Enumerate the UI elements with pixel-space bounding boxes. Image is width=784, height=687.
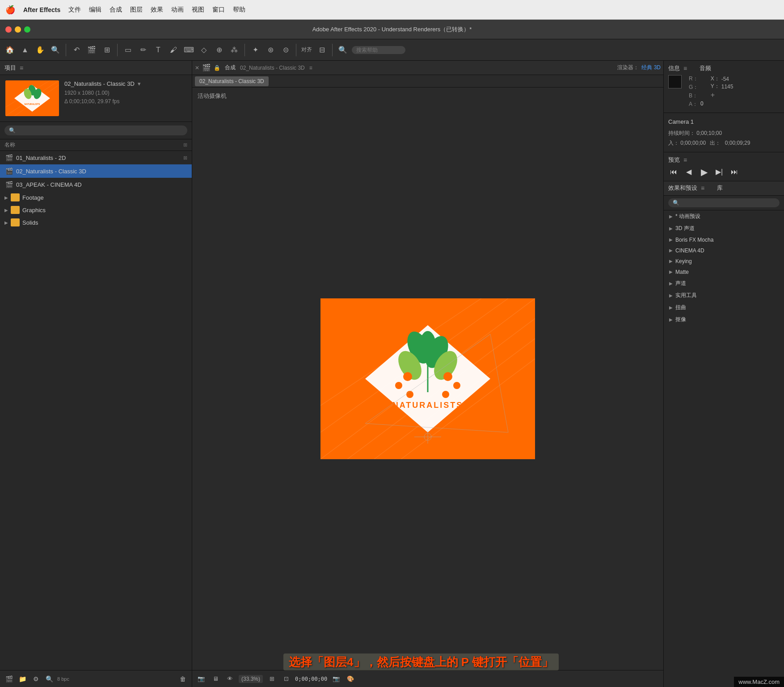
project-search-box[interactable]: 🔍: [4, 126, 187, 135]
grid-icon[interactable]: ⊞: [101, 44, 113, 56]
settings-icon[interactable]: ⚙: [30, 674, 41, 684]
preview-header: 预览 ≡: [668, 156, 780, 164]
folder-item-graphics[interactable]: ▶ Graphics: [0, 204, 192, 216]
camera-name: Camera 1: [668, 117, 780, 127]
comp-menu-icon[interactable]: ≡: [309, 65, 312, 71]
project-search-input[interactable]: [18, 127, 183, 134]
comp-resolution: 1920 x 1080 (1.00): [64, 89, 186, 97]
pen-icon[interactable]: ✏: [137, 44, 149, 56]
effects-search-box[interactable]: 🔍: [668, 198, 780, 207]
brush-icon[interactable]: 🖌: [167, 44, 180, 56]
project-menu-icon[interactable]: ≡: [20, 64, 23, 71]
axis-icon[interactable]: ⊝: [279, 44, 292, 56]
folder-item-footage[interactable]: ▶ Footage: [0, 191, 192, 204]
menu-window[interactable]: 窗口: [212, 6, 225, 14]
effects-menu-icon[interactable]: ≡: [701, 184, 704, 192]
maximize-button[interactable]: [24, 26, 30, 33]
coord-icon[interactable]: ⊛: [264, 44, 277, 56]
stamp-icon[interactable]: ⌨: [182, 44, 195, 56]
menu-edit[interactable]: 编辑: [89, 6, 101, 14]
menu-help[interactable]: 帮助: [233, 6, 245, 14]
audio-tab[interactable]: 音频: [700, 64, 711, 72]
trash-icon[interactable]: 🗑: [177, 674, 188, 684]
effects-search-area[interactable]: 🔍: [664, 196, 784, 210]
effect-item-7[interactable]: ▶ 实用工具: [664, 289, 784, 302]
eraser-icon[interactable]: ◇: [198, 44, 210, 56]
menu-after-effects[interactable]: After Effects: [23, 6, 60, 13]
comp-magnification[interactable]: (33.3%): [239, 675, 263, 683]
comp-fit-icon[interactable]: ⊞: [266, 674, 277, 684]
new-item-icon[interactable]: 🎬: [4, 674, 14, 684]
text-icon[interactable]: T: [152, 44, 164, 56]
null-icon[interactable]: ✦: [249, 44, 261, 56]
effect-item-9[interactable]: ▶ 抠像: [664, 314, 784, 326]
effect-item-3[interactable]: ▶ CINEMA 4D: [664, 245, 784, 256]
folder-icon-graphics: [11, 206, 20, 214]
help-search[interactable]: [352, 46, 405, 54]
roto-icon[interactable]: ⁂: [228, 44, 240, 56]
comp-display-icon[interactable]: 🖥: [210, 674, 221, 684]
effect-item-4[interactable]: ▶ Keying: [664, 256, 784, 267]
effect-item-2[interactable]: ▶ Boris FX Mocha: [664, 235, 784, 245]
home-icon[interactable]: 🏠: [4, 44, 16, 56]
select-icon[interactable]: ▲: [19, 44, 31, 56]
folder-icon[interactable]: 📁: [17, 674, 28, 684]
search-icon-bottom[interactable]: 🔍: [44, 674, 55, 684]
align-icon[interactable]: ⊟: [316, 44, 328, 56]
svg-text:NATURALISTS: NATURALISTS: [392, 401, 464, 410]
library-tab[interactable]: 库: [717, 184, 723, 192]
comp-camera-icon[interactable]: 📷: [331, 674, 341, 684]
window-controls[interactable]: [5, 26, 30, 33]
menu-view[interactable]: 视图: [192, 6, 204, 14]
renderer-value[interactable]: 经典 3D: [641, 64, 661, 71]
apple-menu[interactable]: 🍎: [5, 5, 15, 15]
preview-next-frame-icon[interactable]: ▶|: [714, 167, 725, 177]
help-search-input[interactable]: [356, 47, 401, 53]
menu-animation[interactable]: 动画: [171, 6, 184, 14]
file-name-2: 02_Naturalists - Classic 3D: [16, 168, 86, 175]
info-menu-icon[interactable]: ≡: [683, 65, 687, 72]
effects-search-input[interactable]: [682, 200, 775, 206]
preview-last-icon[interactable]: ⏭: [729, 167, 740, 177]
effect-item-0[interactable]: ▶ * 动画预设: [664, 210, 784, 222]
file-item-comp1[interactable]: 🎬 01_Naturalists - 2D ⊠: [0, 151, 192, 164]
col-sort-icon[interactable]: ⊞: [183, 142, 187, 148]
effect-item-6[interactable]: ▶ 声道: [664, 277, 784, 289]
comp-snapshot-icon[interactable]: 📷: [196, 674, 207, 684]
zoom-icon[interactable]: 🔍: [49, 44, 62, 56]
file-item-comp3[interactable]: 🎬 03_APEAK - CINEMA 4D: [0, 178, 192, 191]
file-item-comp2[interactable]: 🎬 02_Naturalists - Classic 3D: [0, 164, 192, 178]
puppet-icon[interactable]: ⊕: [213, 44, 225, 56]
comp-icon[interactable]: 🎬: [85, 44, 98, 56]
menu-layer[interactable]: 图层: [130, 6, 143, 14]
comp-viewer-tab[interactable]: 02_Naturalists - Classic 3D: [195, 76, 269, 86]
folder-item-solids[interactable]: ▶ Solids: [0, 216, 192, 229]
comp-color-icon[interactable]: 🎨: [345, 674, 356, 684]
effect-arrow-4: ▶: [669, 259, 673, 264]
menu-file[interactable]: 文件: [68, 6, 81, 14]
hand-icon[interactable]: ✋: [34, 44, 46, 56]
comp-3d-icon[interactable]: 👁: [224, 674, 235, 684]
menu-effects[interactable]: 效果: [151, 6, 163, 14]
effect-item-5[interactable]: ▶ Matte: [664, 267, 784, 277]
project-search-area[interactable]: 🔍: [0, 122, 192, 139]
folder-arrow-graphics: ▶: [4, 208, 8, 213]
minimize-button[interactable]: [15, 26, 21, 33]
color-swatch: [668, 75, 682, 88]
rectangle-icon[interactable]: ▭: [122, 44, 134, 56]
comp-info: 02_Naturalists - Classic 3D ▾ 1920 x 108…: [64, 80, 186, 106]
menu-composition[interactable]: 合成: [110, 6, 122, 14]
comp-alpha-icon[interactable]: ⊡: [281, 674, 291, 684]
svg-point-23: [403, 372, 412, 381]
preview-first-icon[interactable]: ⏮: [668, 167, 679, 177]
effect-name-8: 扭曲: [675, 304, 686, 311]
preview-back-icon[interactable]: ◀: [683, 167, 694, 177]
preview-menu-icon[interactable]: ≡: [683, 156, 687, 163]
effect-name-5: Matte: [675, 269, 689, 275]
undo-icon[interactable]: ↶: [70, 44, 83, 56]
comp-close-icon[interactable]: ✕: [195, 65, 199, 71]
effect-item-8[interactable]: ▶ 扭曲: [664, 302, 784, 314]
effect-item-1[interactable]: ▶ 3D 声道: [664, 222, 784, 235]
close-button[interactable]: [5, 26, 12, 33]
preview-play-icon[interactable]: ▶: [699, 167, 709, 177]
